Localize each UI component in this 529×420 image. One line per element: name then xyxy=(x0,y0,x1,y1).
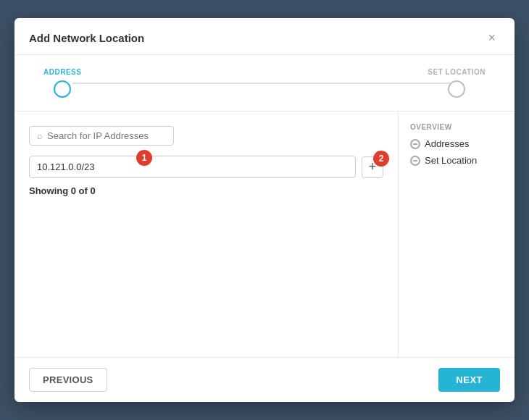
main-area: ⌕ 1 2 + Showing 0 of 0 xyxy=(14,112,399,357)
next-button[interactable]: NEXT xyxy=(438,368,500,392)
modal-footer: PREVIOUS NEXT xyxy=(14,357,515,402)
badge-1: 1 xyxy=(136,150,152,166)
search-row: ⌕ xyxy=(29,126,383,146)
ip-address-input[interactable] xyxy=(29,156,356,178)
search-input[interactable] xyxy=(47,130,166,141)
addresses-dot-icon xyxy=(410,139,420,149)
sidebar-item-set-location: Set Location xyxy=(410,155,503,166)
stepper: ADDRESS SET LOCATION xyxy=(14,55,515,112)
set-location-dot-icon xyxy=(410,156,420,166)
step-2-label: SET LOCATION xyxy=(428,68,486,76)
previous-button[interactable]: PREVIOUS xyxy=(29,368,107,392)
stepper-line xyxy=(72,83,457,84)
step-2: SET LOCATION xyxy=(428,68,486,98)
sidebar-item-addresses: Addresses xyxy=(410,138,503,149)
sidebar: OVERVIEW Addresses Set Location xyxy=(399,112,515,357)
modal-title: Add Network Location xyxy=(29,32,144,44)
step-1-label: ADDRESS xyxy=(43,68,81,76)
sidebar-set-location-label: Set Location xyxy=(425,155,477,166)
modal-header: Add Network Location × xyxy=(14,18,515,55)
search-icon: ⌕ xyxy=(37,130,43,141)
badge-2: 2 xyxy=(373,151,389,167)
modal-container: Add Network Location × ADDRESS SET LOCAT… xyxy=(14,18,515,402)
modal-body: ⌕ 1 2 + Showing 0 of 0 OVERVIEW Addresse… xyxy=(14,112,515,357)
close-button[interactable]: × xyxy=(483,30,500,46)
ip-input-row: 1 2 + xyxy=(29,156,383,178)
step-1: ADDRESS xyxy=(43,68,81,98)
showing-count: Showing 0 of 0 xyxy=(29,185,383,196)
search-box: ⌕ xyxy=(29,126,174,146)
step-1-circle xyxy=(54,80,71,98)
sidebar-addresses-label: Addresses xyxy=(425,138,469,149)
sidebar-overview-label: OVERVIEW xyxy=(410,123,503,131)
step-2-circle xyxy=(448,80,465,98)
